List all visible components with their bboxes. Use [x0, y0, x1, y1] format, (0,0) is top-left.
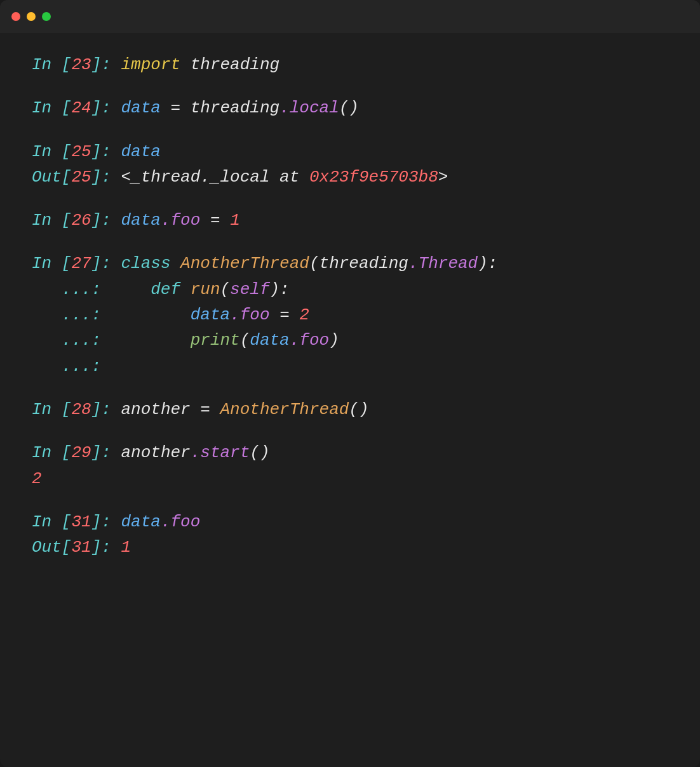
- line-in28: In [28]: another = AnotherThread(): [32, 397, 668, 422]
- maximize-button[interactable]: [42, 12, 51, 21]
- line-in26: In [26]: data.foo = 1: [32, 208, 668, 233]
- line-in27-3: ...: data.foo = 2: [32, 302, 668, 328]
- line-out25: Out[25]: <_thread._local at 0x23f9e5703b…: [32, 164, 668, 190]
- line-in31: In [31]: data.foo: [32, 509, 668, 535]
- line-out29: 2: [32, 466, 668, 491]
- line-in27-5: ...:: [32, 354, 668, 379]
- line-in23: In [23]: import threading: [32, 52, 668, 77]
- close-button[interactable]: [11, 12, 20, 21]
- line-in29: In [29]: another.start(): [32, 440, 668, 465]
- line-in27-4: ...: print(data.foo): [32, 328, 668, 353]
- titlebar: [0, 0, 700, 33]
- line-in25: In [25]: data: [32, 139, 668, 164]
- line-in27-1: In [27]: class AnotherThread(threading.T…: [32, 251, 668, 276]
- line-in27-2: ...: def run(self):: [32, 277, 668, 302]
- line-out31: Out[31]: 1: [32, 535, 668, 560]
- code-area: In [23]: import threading In [24]: data …: [0, 33, 700, 579]
- line-in24: In [24]: data = threading.local(): [32, 95, 668, 121]
- terminal-window: In [23]: import threading In [24]: data …: [0, 0, 700, 767]
- minimize-button[interactable]: [27, 12, 36, 21]
